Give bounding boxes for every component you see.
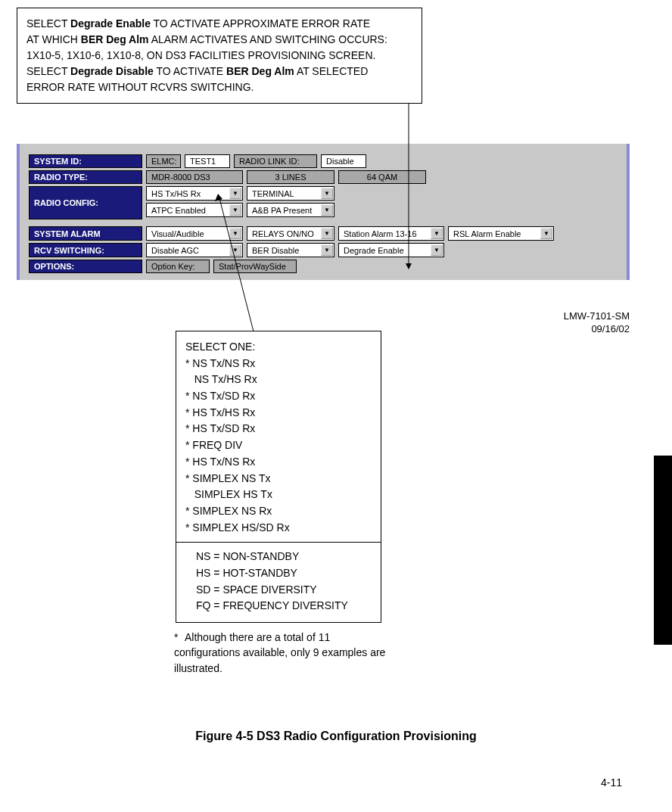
text-bold: BER Deg Alm <box>81 33 149 45</box>
label-radio-link-id: RADIO LINK ID: <box>234 154 317 168</box>
select-alarm-rsl[interactable]: RSL Alarm Enable▼ <box>448 226 554 241</box>
select-cfg-txrx[interactable]: HS Tx/HS Rx▼ <box>146 186 243 201</box>
definition: SD = SPACE DIVERSITY <box>185 582 372 599</box>
select-rcv-ber[interactable]: BER Disable▼ <box>247 243 334 257</box>
text: AT WHICH <box>26 33 81 45</box>
callout-select-one: SELECT ONE: * NS Tx/NS Rx NS Tx/HS Rx * … <box>176 331 381 623</box>
field-elmc[interactable]: TEST1 <box>185 154 230 168</box>
select-alarm-station[interactable]: Station Alarm 13-16▼ <box>338 226 444 241</box>
field-radio-type-2: 3 LINES <box>247 170 334 184</box>
text: ALARM ACTIVATES AND SWITCHING OCCURS: <box>149 33 387 45</box>
text: AT SELECTED <box>294 65 369 77</box>
list-item: * NS Tx/SD Rx <box>185 388 372 405</box>
list-item: * HS Tx/NS Rx <box>185 454 372 471</box>
list-item: * SIMPLEX NS Tx <box>185 471 372 487</box>
text-bold: BER Deg Alm <box>226 65 294 77</box>
text: SELECT <box>26 17 70 30</box>
select-alarm-visual[interactable]: Visual/Audible▼ <box>146 226 243 241</box>
config-panel: SYSTEM ID: ELMC: TEST1 RADIO LINK ID: Di… <box>17 144 630 280</box>
label-elmc: ELMC: <box>146 154 181 168</box>
select-rcv-degrade[interactable]: Degrade Enable▼ <box>338 243 444 257</box>
field-radio-type-3: 64 QAM <box>338 170 426 184</box>
list-item: * HS Tx/SD Rx <box>185 421 372 437</box>
label-options: OPTIONS: <box>29 260 142 273</box>
figure-caption: Figure 4-5 DS3 Radio Configuration Provi… <box>0 730 672 743</box>
select-alarm-relays[interactable]: RELAYS ON/NO▼ <box>247 226 334 241</box>
text-bold: Degrade Enable <box>70 17 151 30</box>
chevron-down-icon[interactable]: ▼ <box>229 188 241 199</box>
label-rcv-switching: RCV SWITCHING: <box>29 243 142 257</box>
label-radio-config: RADIO CONFIG: <box>29 186 142 219</box>
chevron-down-icon[interactable]: ▼ <box>321 204 333 216</box>
list-item: * FREQ DIV <box>185 437 372 454</box>
list-item: * NS Tx/NS Rx <box>185 356 372 372</box>
label-system-alarm: SYSTEM ALARM <box>29 226 142 241</box>
chevron-down-icon[interactable]: ▼ <box>229 244 241 256</box>
text: SELECT <box>26 65 70 77</box>
footnote: *Although there are a total of 11 config… <box>174 630 386 676</box>
callout-title: SELECT ONE: <box>185 339 372 356</box>
select-cfg-atpc[interactable]: ATPC Enabled▼ <box>146 203 243 217</box>
select-rcv-agc[interactable]: Disable AGC▼ <box>146 243 243 257</box>
definition: NS = NON-STANDBY <box>185 549 372 565</box>
label-system-id: SYSTEM ID: <box>29 154 142 168</box>
text: 1X10-5, 1X10-6, 1X10-8, ON DS3 FACILITIE… <box>26 49 375 61</box>
chevron-down-icon[interactable]: ▼ <box>321 244 333 256</box>
field-radio-type-1: MDR-8000 DS3 <box>146 170 243 184</box>
page-number: 4-11 <box>601 776 622 789</box>
chevron-down-icon[interactable]: ▼ <box>540 228 552 239</box>
definition: FQ = FREQUENCY DIVERSITY <box>185 598 372 614</box>
callout-degrade: SELECT Degrade Enable TO ACTIVATE APPROX… <box>17 8 422 104</box>
text: TO ACTIVATE APPROXIMATE ERROR RATE <box>151 17 370 30</box>
section-tab <box>654 456 672 645</box>
list-item: SIMPLEX HS Tx <box>185 487 372 503</box>
list-item: * SIMPLEX HS/SD Rx <box>185 520 372 537</box>
definition: HS = HOT-STANDBY <box>185 565 372 582</box>
chevron-down-icon[interactable]: ▼ <box>321 228 333 239</box>
label-radio-type: RADIO TYPE: <box>29 170 142 184</box>
select-cfg-pa[interactable]: A&B PA Present▼ <box>247 203 334 217</box>
text-bold: Degrade Disable <box>70 65 154 77</box>
text: ERROR RATE WITHOUT RCVRS SWITCHING. <box>26 81 254 93</box>
text: TO ACTIVATE <box>154 65 226 77</box>
label-option-key: Option Key: <box>146 260 210 273</box>
list-item: * HS Tx/HS Rx <box>185 405 372 422</box>
field-option-key: Stat/ProvWaySide <box>213 260 297 273</box>
doc-stamp: LMW-7101-SM 09/16/02 <box>564 310 630 336</box>
chevron-down-icon[interactable]: ▼ <box>321 188 333 199</box>
select-cfg-terminal[interactable]: TERMINAL▼ <box>247 186 334 201</box>
chevron-down-icon[interactable]: ▼ <box>431 228 443 239</box>
chevron-down-icon[interactable]: ▼ <box>431 244 443 256</box>
chevron-down-icon[interactable]: ▼ <box>229 228 241 239</box>
list-item: NS Tx/HS Rx <box>185 372 372 388</box>
list-item: * SIMPLEX NS Rx <box>185 503 372 520</box>
chevron-down-icon[interactable]: ▼ <box>229 204 241 216</box>
field-radio-link-id[interactable]: Disable <box>321 154 366 168</box>
